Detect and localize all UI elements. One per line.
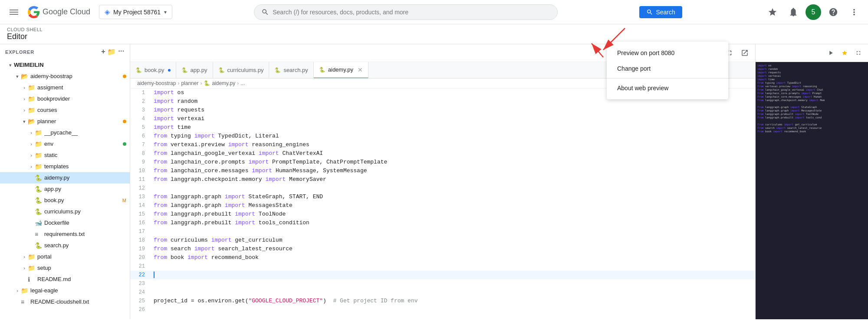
line-num-4: 4 bbox=[130, 115, 152, 123]
sidebar-item-planner[interactable]: ▾ 📂 planner bbox=[0, 116, 130, 127]
project-selector[interactable]: ◈ My Project 58761 ▾ bbox=[99, 5, 172, 19]
folder-icon: 📂 bbox=[21, 72, 29, 81]
sep1: › bbox=[178, 80, 179, 86]
portal-icon: 📁 bbox=[28, 252, 36, 262]
sidebar-item-legal-eagle[interactable]: › 📁 legal-eagle bbox=[0, 285, 130, 296]
line-num-24: 24 bbox=[130, 288, 152, 297]
sidebar-item-dockerfile[interactable]: 🐋 Dockerfile bbox=[0, 217, 130, 229]
line-content-19: from search import search_latest_resourc… bbox=[152, 245, 755, 253]
sidebar-item-readme-md[interactable]: ℹ README.md bbox=[0, 274, 130, 285]
breadcrumb-planner[interactable]: planner bbox=[181, 80, 198, 86]
shell-header: CLOUD SHELL Editor bbox=[0, 24, 868, 44]
assigment-chevron: › bbox=[21, 83, 28, 92]
search-py-tab-icon: 🐍 bbox=[274, 67, 281, 73]
app-py-label: app.py bbox=[44, 184, 126, 194]
search-input[interactable] bbox=[273, 9, 550, 16]
sidebar-item-assigment[interactable]: › 📁 assigment bbox=[0, 82, 130, 93]
right-panel-star[interactable] bbox=[838, 47, 851, 59]
new-file-icon[interactable]: + bbox=[101, 48, 105, 56]
sidebar-item-app-py[interactable]: 🐍 app.py bbox=[0, 183, 130, 195]
code-line-5: 5 import time bbox=[130, 123, 755, 132]
search-button-label: Search bbox=[656, 9, 675, 16]
tab-aidemy-py[interactable]: 🐍 aidemy.py ✕ bbox=[314, 62, 368, 79]
line-num-1: 1 bbox=[130, 88, 152, 97]
tree-root[interactable]: ▾ WEIMEILIN bbox=[0, 59, 130, 71]
book-py-tab-label: book.py bbox=[145, 67, 164, 73]
planner-badge bbox=[123, 120, 126, 123]
line-num-16: 16 bbox=[130, 219, 152, 227]
line-content-5: import time bbox=[152, 123, 755, 132]
line-num-10: 10 bbox=[130, 167, 152, 175]
search-button[interactable]: Search bbox=[639, 6, 682, 18]
notifications-button[interactable] bbox=[785, 3, 802, 21]
sidebar-item-curriculums-py[interactable]: 🐍 curriculums.py bbox=[0, 206, 130, 217]
planner-label: planner bbox=[37, 117, 121, 126]
sidebar-item-readme-cloudshell[interactable]: ≡ README-cloudshell.txt bbox=[0, 296, 130, 308]
line-content-23 bbox=[152, 279, 755, 288]
aidemy-tab-close[interactable]: ✕ bbox=[358, 66, 363, 73]
sidebar-item-setup[interactable]: › 📁 setup bbox=[0, 262, 130, 274]
tab-app-py[interactable]: 🐍 app.py bbox=[176, 62, 213, 79]
tab-curriculums-py[interactable]: 🐍 curriculums.py bbox=[213, 62, 270, 79]
dropdown-item-about-preview[interactable]: About web preview bbox=[607, 80, 728, 96]
tab-book-py[interactable]: 🐍 book.py bbox=[130, 62, 176, 79]
dropdown-item-preview-port[interactable]: Preview on port 8080 bbox=[607, 45, 728, 61]
search-bar[interactable] bbox=[254, 4, 558, 20]
more-options-button[interactable] bbox=[845, 3, 863, 21]
sidebar-item-aidemy-py[interactable]: 🐍 aidemy.py bbox=[0, 172, 130, 183]
sidebar-item-book-py[interactable]: 🐍 book.py M bbox=[0, 195, 130, 206]
courses-icon: 📁 bbox=[28, 105, 36, 115]
folder-closed-icon: 📁 bbox=[28, 83, 36, 92]
line-content-7: from vertexai.preview import reasoning_e… bbox=[152, 141, 755, 149]
tab-search-py[interactable]: 🐍 search.py bbox=[269, 62, 313, 79]
line-content-21 bbox=[152, 262, 755, 271]
code-line-20: 20 from book import recommend_book bbox=[130, 253, 755, 262]
about-preview-label: About web preview bbox=[617, 85, 668, 92]
mini-preview-content: import os import random import requests … bbox=[756, 62, 868, 135]
search-py-label: search.py bbox=[44, 241, 126, 250]
run-button[interactable] bbox=[825, 47, 837, 59]
project-icon: ◈ bbox=[105, 8, 110, 16]
code-line-17: 17 bbox=[130, 227, 755, 236]
line-content-15: from langgraph.prebuilt import ToolNode bbox=[152, 210, 755, 219]
right-panel-expand[interactable] bbox=[852, 47, 865, 59]
sidebar-item-pycache[interactable]: › 📁 __pycache__ bbox=[0, 127, 130, 138]
line-num-15: 15 bbox=[130, 210, 152, 219]
new-folder-icon[interactable]: 📁 bbox=[107, 48, 116, 56]
setup-icon: 📁 bbox=[28, 263, 36, 273]
aidemy-badge bbox=[123, 75, 126, 78]
book-py-label: book.py bbox=[44, 196, 121, 205]
sidebar: EXPLORER + 📁 ⋯ ▾ WEIMEILIN ▾ 📂 aidemy-bo… bbox=[0, 44, 130, 319]
python-file-icon: 🐍 bbox=[35, 173, 43, 183]
sidebar-item-templates[interactable]: › 📁 templates bbox=[0, 161, 130, 172]
sidebar-item-bookprovider[interactable]: › 📁 bookprovider bbox=[0, 93, 130, 105]
planner-folder-icon: 📂 bbox=[28, 117, 36, 126]
sidebar-item-requirements[interactable]: ≡ requirements.txt bbox=[0, 229, 130, 240]
breadcrumb-root[interactable]: aidemy-boostrap bbox=[137, 80, 176, 86]
sidebar-item-env[interactable]: › 📁 env bbox=[0, 138, 130, 150]
aidemy-tab-label: aidemy.py bbox=[328, 66, 353, 73]
code-line-13: 13 from langgraph.graph import StateGrap… bbox=[130, 193, 755, 201]
star-icon-button[interactable] bbox=[764, 3, 781, 21]
sidebar-item-static[interactable]: › 📁 static bbox=[0, 150, 130, 161]
hamburger-menu-button[interactable] bbox=[5, 3, 23, 21]
aidemy-tab-icon: 🐍 bbox=[319, 67, 326, 73]
help-button[interactable] bbox=[825, 3, 842, 21]
breadcrumb-file[interactable]: aidemy.py bbox=[212, 80, 235, 86]
code-editor[interactable]: 1 import os 2 import random 3 import req… bbox=[130, 88, 755, 319]
dropdown-item-change-port[interactable]: Change port bbox=[607, 61, 728, 76]
sidebar-item-portal[interactable]: › 📁 portal bbox=[0, 251, 130, 262]
sidebar-item-search-py[interactable]: 🐍 search.py bbox=[0, 240, 130, 251]
user-avatar-button[interactable]: 5 bbox=[806, 4, 821, 20]
requirements-icon: ≡ bbox=[35, 229, 43, 239]
sidebar-item-aidemy-boostrap[interactable]: ▾ 📂 aidemy-boostrap bbox=[0, 71, 130, 82]
sidebar-item-courses[interactable]: › 📁 courses bbox=[0, 105, 130, 116]
env-badge bbox=[123, 142, 126, 146]
topbar-right-actions: 5 bbox=[764, 3, 863, 21]
line-content-24 bbox=[152, 288, 755, 297]
open-in-new-button[interactable] bbox=[738, 46, 752, 60]
curriculums-tab-label: curriculums.py bbox=[227, 67, 264, 73]
breadcrumb-more[interactable]: ... bbox=[240, 80, 245, 86]
line-content-20: from book import recommend_book bbox=[152, 253, 755, 262]
sidebar-more-icon[interactable]: ⋯ bbox=[118, 48, 125, 56]
